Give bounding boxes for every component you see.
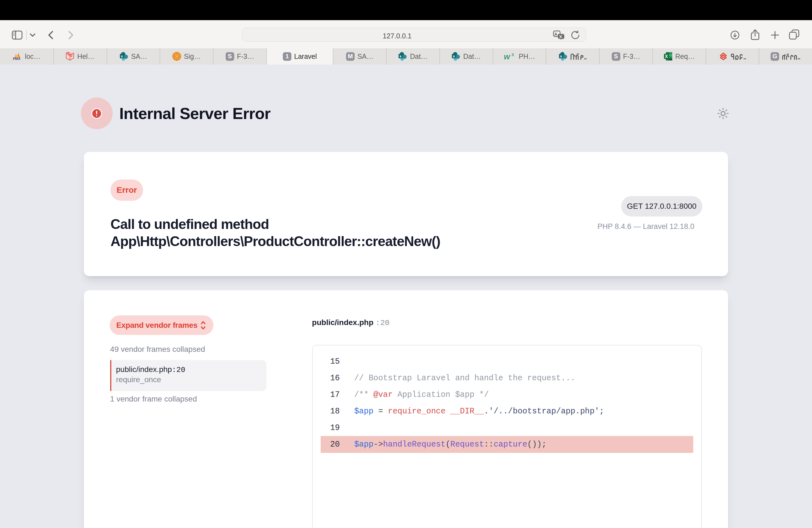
svg-text:s: s — [560, 54, 562, 58]
svg-text:3: 3 — [511, 52, 514, 57]
svg-text:w: w — [504, 52, 511, 60]
svg-text:s: s — [400, 54, 402, 58]
svg-text:PMA: PMA — [13, 57, 20, 60]
svg-text:X: X — [665, 54, 668, 59]
svg-text:s: s — [121, 54, 122, 58]
svg-text:s: s — [453, 54, 455, 58]
